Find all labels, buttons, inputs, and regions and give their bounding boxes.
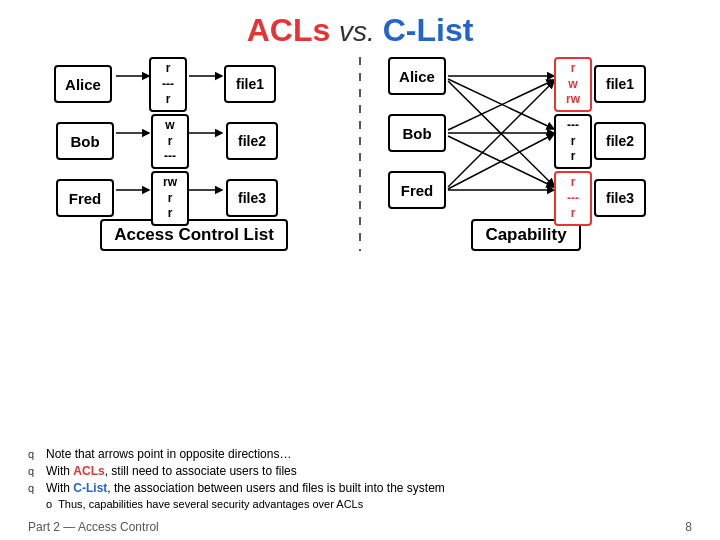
highlight-clist: C-List — [73, 481, 107, 495]
sub-note-text: Thus, capabilities have several security… — [58, 498, 363, 510]
diagrams-container: Alice r --- r file1 Bob w r --- — [0, 57, 720, 251]
page-title: ACLs vs. C-List — [0, 0, 720, 49]
note-3: q With C-List, the association between u… — [28, 481, 692, 495]
footer-right: 8 — [685, 520, 692, 534]
svg-line-13 — [448, 134, 554, 189]
acl-row-fred: Fred rw r r file3 — [56, 171, 278, 226]
clist-row-fred: Fred — [388, 171, 446, 209]
acl-row-alice: Alice r --- r file1 — [54, 57, 276, 112]
svg-line-8 — [448, 81, 554, 186]
clist-file3: file3 — [594, 179, 646, 217]
clist-perm-file3: r --- r file3 — [554, 171, 646, 226]
notes-section: q Note that arrows point in opposite dir… — [0, 447, 720, 512]
title-clist: C-List — [383, 12, 474, 48]
note-1-text: Note that arrows point in opposite direc… — [46, 447, 291, 461]
sub-bullet: o — [46, 498, 52, 510]
clist-file1: file1 — [594, 65, 646, 103]
note-2-text: With ACLs, still need to associate users… — [46, 464, 297, 478]
acl-diagram-area: Alice r --- r file1 Bob w r --- — [54, 57, 334, 209]
footer: Part 2 — Access Control 8 — [0, 520, 720, 534]
clist-perm-file2: --- r r file2 — [554, 114, 646, 169]
svg-line-9 — [448, 80, 554, 130]
bullet-2: q — [28, 465, 40, 477]
clist-perm-fred-file3: r --- r — [554, 171, 592, 226]
acl-file2: file2 — [226, 122, 278, 160]
acl-perm-fred: rw r r — [151, 171, 189, 226]
note-3-text: With C-List, the association between use… — [46, 481, 445, 495]
clist-file2: file2 — [594, 122, 646, 160]
clist-diagram-area: Alice r w rw file1 Bob --- r r — [386, 57, 666, 209]
svg-line-12 — [448, 81, 554, 187]
note-1: q Note that arrows point in opposite dir… — [28, 447, 692, 461]
svg-line-11 — [448, 136, 554, 187]
clist-diagram: Alice r w rw file1 Bob --- r r — [371, 57, 681, 251]
acl-entity-alice: Alice — [54, 65, 112, 103]
clist-perm-file1: r w rw file1 — [554, 57, 646, 112]
sub-note: o Thus, capabilities have several securi… — [46, 498, 692, 510]
acl-file3: file3 — [226, 179, 278, 217]
footer-left: Part 2 — Access Control — [28, 520, 159, 534]
clist-perm-alice-file1: r w rw — [554, 57, 592, 112]
clist-perm-bob-file2: --- r r — [554, 114, 592, 169]
clist-row-alice: Alice — [388, 57, 446, 95]
acl-perm-bob: w r --- — [151, 114, 189, 169]
bullet-3: q — [28, 482, 40, 494]
clist-entity-fred: Fred — [388, 171, 446, 209]
acl-diagram: Alice r --- r file1 Bob w r --- — [39, 57, 349, 251]
acl-row-bob: Bob w r --- file2 — [56, 114, 278, 169]
clist-entity-alice: Alice — [388, 57, 446, 95]
acl-entity-bob: Bob — [56, 122, 114, 160]
clist-entity-bob: Bob — [388, 114, 446, 152]
title-acls: ACLs — [247, 12, 331, 48]
divider — [359, 57, 361, 251]
acl-file1: file1 — [224, 65, 276, 103]
note-2: q With ACLs, still need to associate use… — [28, 464, 692, 478]
svg-line-7 — [448, 79, 554, 129]
acl-perm-alice: r --- r — [149, 57, 187, 112]
clist-row-bob: Bob — [388, 114, 446, 152]
title-vs: vs. — [339, 16, 383, 47]
bullet-1: q — [28, 448, 40, 460]
acl-entity-fred: Fred — [56, 179, 114, 217]
highlight-acls: ACLs — [73, 464, 104, 478]
